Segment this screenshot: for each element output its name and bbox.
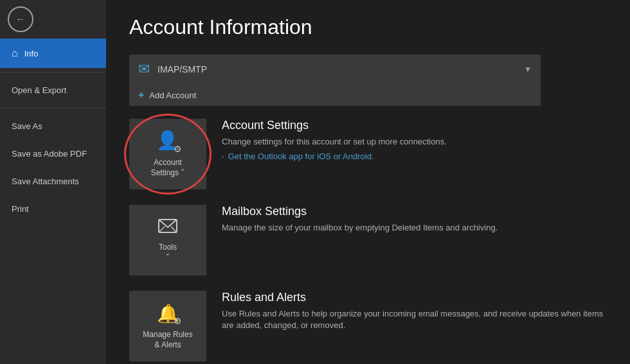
rules-alerts-title: Rules and Alerts [222,291,607,304]
sidebar-item-label: Save As [12,121,42,131]
sidebar-item-save-attachments[interactable]: Save Attachments [0,168,106,195]
tiles-area: 👤 ⚙ AccountSettings ˅ Account Settings C… [129,119,607,364]
dropdown-arrow-icon: ▼ [524,65,532,74]
account-name-label: IMAP/SMTP [158,64,516,74]
sidebar-item-save-as[interactable]: Save As [0,112,106,140]
person-gear-icon: 👤 ⚙ [156,130,179,153]
main-content: Account Information ✉ IMAP/SMTP ▼ + Add … [106,0,630,364]
account-selector-dropdown[interactable]: ✉ IMAP/SMTP ▼ [129,55,541,84]
back-button[interactable]: ← [8,6,33,32]
tools-tile[interactable]: Tools˅ [129,205,206,275]
account-settings-tile-wrapper: 👤 ⚙ AccountSettings ˅ [129,119,206,189]
bell-gear-icon: 🔔 ⚙ [156,302,179,325]
account-settings-info: Account Settings Change settings for thi… [222,119,607,161]
sidebar-item-label: Info [24,49,39,58]
sidebar-divider-1 [0,72,106,73]
account-settings-tile[interactable]: 👤 ⚙ AccountSettings ˅ [129,119,206,189]
sidebar: ← ⌂ Info Open & Export Save As Save as A… [0,0,106,364]
back-icon: ← [15,13,26,25]
outlook-app-link[interactable]: Get the Outlook app for iOS or Android. [222,152,607,161]
mailbox-settings-title: Mailbox Settings [222,205,607,218]
sidebar-item-label: Save as Adobe PDF [12,149,87,159]
tools-envelope-icon [158,217,177,238]
add-account-button[interactable]: + Add Account [129,84,541,106]
plus-icon: + [138,89,144,101]
sidebar-item-label: Save Attachments [12,177,79,186]
sidebar-item-print[interactable]: Print [0,195,106,223]
sidebar-item-save-as-pdf[interactable]: Save as Adobe PDF [0,140,106,168]
mailbox-settings-description: Manage the size of your mailbox by empty… [222,222,607,234]
rules-alerts-description: Use Rules and Alerts to help organize yo… [222,308,607,331]
sidebar-item-info[interactable]: ⌂ Info [0,39,106,68]
sidebar-item-open-export[interactable]: Open & Export [0,76,106,104]
account-settings-row: 👤 ⚙ AccountSettings ˅ Account Settings C… [129,119,607,189]
sidebar-item-label: Print [12,204,29,214]
gear-icon: ⚙ [174,144,182,154]
page-title: Account Information [129,15,607,39]
account-settings-description: Change settings for this account or set … [222,136,607,148]
account-settings-tile-label: AccountSettings ˅ [151,158,185,178]
mail-icon: ✉ [138,61,150,78]
svg-line-2 [171,227,177,232]
sidebar-divider-2 [0,108,106,108]
tools-row: Tools˅ Mailbox Settings Manage the size … [129,205,607,275]
account-settings-title: Account Settings [222,119,607,132]
manage-rules-tile-label: Manage Rules& Alerts [143,330,192,350]
tools-tile-label: Tools˅ [159,243,177,263]
sidebar-item-label: Open & Export [12,85,66,95]
home-icon: ⌂ [12,48,18,59]
tools-info: Mailbox Settings Manage the size of your… [222,205,607,238]
add-account-label: Add Account [149,91,196,100]
manage-rules-tile[interactable]: 🔔 ⚙ Manage Rules& Alerts [129,291,206,361]
gear-small-icon: ⚙ [174,316,182,326]
rules-alerts-row: 🔔 ⚙ Manage Rules& Alerts Rules and Alert… [129,291,607,361]
svg-line-1 [159,227,165,232]
rules-alerts-info: Rules and Alerts Use Rules and Alerts to… [222,291,607,335]
